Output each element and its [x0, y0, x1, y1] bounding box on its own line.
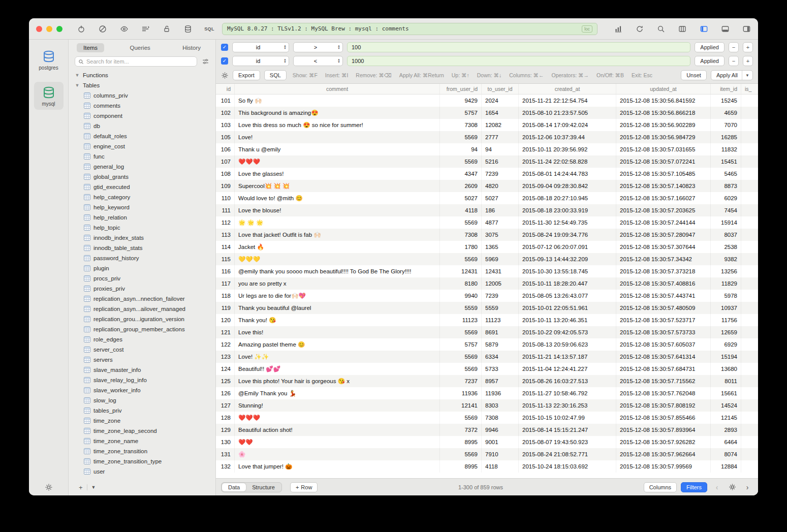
cell-item-id[interactable]: 12145 [711, 412, 741, 424]
cell-to-user-id[interactable]: 8691 [482, 326, 519, 338]
cell-comment[interactable]: Jacket 🔥 [235, 241, 440, 253]
cell-to-user-id[interactable]: 5879 [482, 338, 519, 351]
table-row[interactable]: 114Jacket 🔥178013652015-07-12 06:20:07.0… [216, 241, 758, 253]
cell-to-user-id[interactable]: 3075 [482, 229, 519, 241]
cell-to-user-id[interactable]: 2777 [482, 131, 519, 143]
tab-queries[interactable]: Queries [123, 43, 157, 52]
cell-item-id[interactable]: 6929 [711, 338, 741, 351]
cell-from-user-id[interactable]: 4347 [440, 168, 482, 180]
table-row[interactable]: 101So fly 🙌🏻942920242015-11-21 22:12:54.… [216, 95, 758, 107]
sidebar-table-item[interactable]: plugin [75, 263, 215, 273]
sidebar-table-item[interactable]: tables_priv [75, 405, 215, 416]
cell-updated-at[interactable]: 2015-12-08 15:30:57.408816 [616, 277, 711, 290]
cell-created-at[interactable]: 2015-11-30 12:54:49.735 [519, 216, 616, 229]
filter-operator-select[interactable]: > ▲▼ [293, 42, 343, 52]
table-columns-icon[interactable] [678, 24, 687, 34]
sidebar-table-item[interactable]: procs_priv [75, 273, 215, 284]
cell-id[interactable]: 118 [216, 290, 235, 302]
cell-from-user-id[interactable]: 12141 [440, 399, 482, 412]
cell-is[interactable] [741, 216, 758, 229]
cell-item-id[interactable]: 12884 [711, 460, 741, 473]
cell-id[interactable]: 128 [216, 412, 235, 424]
cell-item-id[interactable]: 2538 [711, 241, 741, 253]
cell-to-user-id[interactable]: 1365 [482, 241, 519, 253]
cell-is[interactable] [741, 424, 758, 436]
cell-id[interactable]: 124 [216, 363, 235, 375]
cell-created-at[interactable]: 2015-08-18 20:27:10.945 [519, 192, 616, 204]
cell-id[interactable]: 127 [216, 399, 235, 412]
sidebar-table-item[interactable]: innodb_index_stats [75, 233, 215, 243]
table-row[interactable]: 103Love this dress so much 😍 so nice for… [216, 119, 758, 131]
filter-value-input[interactable] [347, 42, 690, 52]
cell-to-user-id[interactable]: 7239 [482, 168, 519, 180]
connection-mysql[interactable]: mysql [34, 82, 64, 110]
cell-from-user-id[interactable]: 7308 [440, 229, 482, 241]
cell-comment[interactable]: Beautiful!! 💕💕 [235, 363, 440, 375]
sidebar-table-item[interactable]: time_zone_leap_second [75, 426, 215, 436]
apply-all-button[interactable]: Apply All ▼ [711, 70, 753, 80]
cell-is[interactable] [741, 375, 758, 387]
cell-is[interactable] [741, 143, 758, 155]
cell-is[interactable] [741, 326, 758, 338]
cell-id[interactable]: 131 [216, 448, 235, 460]
tree-section-tables[interactable]: ▼ Tables [75, 80, 215, 90]
cell-item-id[interactable]: 11832 [711, 143, 741, 155]
cell-item-id[interactable]: 8074 [711, 448, 741, 460]
sidebar-table-item[interactable]: replication_group_member_actions [75, 324, 215, 334]
cell-from-user-id[interactable]: 5569 [440, 448, 482, 460]
table-row[interactable]: 105Love!556927772015-12-06 10:37:39.4420… [216, 131, 758, 143]
remove-filter-button[interactable]: − [729, 56, 739, 66]
unset-button[interactable]: Unset [681, 70, 707, 80]
table-row[interactable]: 107❤️❤️❤️556952162015-11-24 22:02:58.828… [216, 155, 758, 168]
cell-comment[interactable]: So fly 🙌🏻 [235, 95, 440, 107]
cell-item-id[interactable]: 8873 [711, 180, 741, 192]
table-row[interactable]: 121Love this!556986912015-10-22 09:42:05… [216, 326, 758, 338]
table-row[interactable]: 106Thank u @emily94942015-10-11 20:39:56… [216, 143, 758, 155]
cell-from-user-id[interactable]: 8995 [440, 436, 482, 448]
filter-tune-icon[interactable] [202, 58, 209, 65]
cell-is[interactable] [741, 399, 758, 412]
cell-from-user-id[interactable]: 7372 [440, 424, 482, 436]
sidebar-table-item[interactable]: role_edges [75, 334, 215, 345]
table-row[interactable]: 109Supercool💥 💥 💥260948202015-09-04 09:2… [216, 180, 758, 192]
settings-gear-icon[interactable] [45, 483, 53, 491]
cell-from-user-id[interactable]: 12431 [440, 265, 482, 277]
database-icon[interactable] [183, 24, 193, 34]
cell-item-id[interactable]: 13680 [711, 363, 741, 375]
cell-created-at[interactable]: 2015-10-01 22:05:51.961 [519, 302, 616, 314]
cell-is[interactable] [741, 192, 758, 204]
cell-to-user-id[interactable]: 12082 [482, 119, 519, 131]
cell-from-user-id[interactable]: 1780 [440, 241, 482, 253]
cell-updated-at[interactable]: 2015-12-08 15:30:57.855466 [616, 412, 711, 424]
cell-updated-at[interactable]: 2015-12-08 15:30:57.280947 [616, 229, 711, 241]
cell-to-user-id[interactable]: 5027 [482, 192, 519, 204]
filter-operator-select[interactable]: < ▲▼ [293, 56, 343, 66]
cell-updated-at[interactable]: 2015-12-08 15:30:57.105485 [616, 168, 711, 180]
cell-id[interactable]: 120 [216, 314, 235, 326]
cell-id[interactable]: 122 [216, 338, 235, 351]
applied-button[interactable]: Applied [695, 42, 725, 52]
cell-created-at[interactable]: 2015-08-14 17:09:42.024 [519, 119, 616, 131]
sidebar-table-item[interactable]: time_zone_transition [75, 446, 215, 456]
cell-created-at[interactable]: 2015-10-15 10:02:47.99 [519, 412, 616, 424]
cell-updated-at[interactable]: 2015-12-08 15:30:57.684731 [616, 363, 711, 375]
refresh-icon[interactable] [635, 24, 644, 34]
cell-created-at[interactable]: 2015-08-18 23:00:33.919 [519, 204, 616, 216]
cell-comment[interactable]: Love that jacket! Outfit is fab 🙌🏻 [235, 229, 440, 241]
sidebar-table-item[interactable]: global_grants [75, 172, 215, 182]
sidebar-table-item[interactable]: time_zone [75, 416, 215, 426]
cell-updated-at[interactable]: 2015-12-08 15:30:56.841592 [616, 95, 711, 107]
cell-id[interactable]: 111 [216, 204, 235, 216]
disconnect-icon[interactable] [98, 24, 107, 34]
columns-button[interactable]: Columns [644, 482, 677, 492]
cell-item-id[interactable]: 13256 [711, 265, 741, 277]
cell-id[interactable]: 125 [216, 375, 235, 387]
cell-id[interactable]: 121 [216, 326, 235, 338]
cell-to-user-id[interactable]: 11123 [482, 314, 519, 326]
cell-to-user-id[interactable]: 9001 [482, 436, 519, 448]
cell-item-id[interactable]: 7454 [711, 204, 741, 216]
sidebar-table-item[interactable]: help_keyword [75, 202, 215, 212]
cell-comment[interactable]: Ur legs are to die for🙌🏻💖 [235, 290, 440, 302]
table-row[interactable]: 112🌟 🌟 🌟556948772015-11-30 12:54:49.7352… [216, 216, 758, 229]
sidebar-table-item[interactable]: slave_relay_log_info [75, 375, 215, 385]
